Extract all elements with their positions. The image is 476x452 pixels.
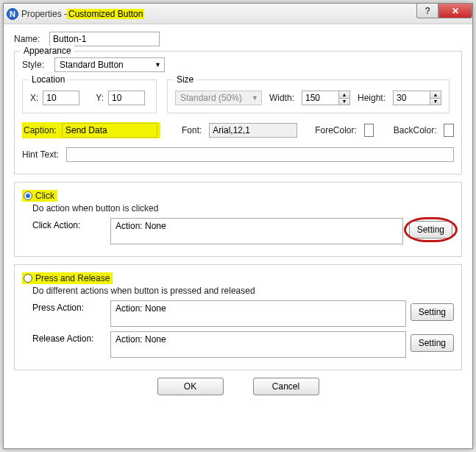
press-radio[interactable] — [24, 274, 32, 283]
x-input[interactable] — [43, 91, 79, 105]
click-group: Click Do action when button is clicked C… — [14, 182, 462, 257]
location-group: Location X: Y: — [22, 80, 157, 113]
click-action-label: Click Action: — [32, 218, 106, 230]
appearance-legend: Appearance — [21, 46, 74, 56]
caption-highlight: Caption: — [22, 122, 160, 138]
size-preset-select[interactable]: Standard (50%) ▼ — [175, 91, 262, 105]
width-input[interactable] — [302, 91, 338, 105]
spin-up-icon[interactable]: ▲ — [339, 91, 349, 99]
title-prefix: Properties - — [21, 9, 67, 19]
size-preset-value: Standard (50%) — [180, 93, 242, 103]
press-group: Press and Release Do different actions w… — [14, 264, 462, 370]
forecolor-label: ForeColor: — [315, 125, 357, 135]
style-label: Style: — [22, 60, 54, 70]
chevron-down-icon: ▼ — [154, 61, 161, 68]
click-radio-label: Click — [35, 191, 54, 201]
dialog-window: N Properties - Customized Button ? ✕ Nam… — [3, 3, 473, 449]
location-legend: Location — [29, 74, 68, 85]
font-label: Font: — [182, 125, 202, 135]
y-input[interactable] — [108, 91, 145, 105]
cancel-button[interactable]: Cancel — [253, 378, 319, 395]
size-group: Size Standard (50%) ▼ Width: ▲▼ Height: — [167, 80, 450, 113]
click-radio[interactable] — [24, 191, 32, 200]
style-select[interactable]: Standard Button ▼ — [54, 57, 165, 72]
name-label: Name: — [14, 34, 49, 44]
press-action-label: Press Action: — [32, 300, 106, 313]
size-legend: Size — [174, 74, 196, 85]
release-action-box: Action: None — [110, 331, 406, 358]
click-setting-button[interactable]: Setting — [409, 221, 452, 239]
help-button[interactable]: ? — [416, 4, 438, 18]
width-label: Width: — [269, 93, 294, 103]
font-input[interactable] — [209, 123, 297, 138]
click-desc: Do action when button is clicked — [32, 203, 454, 213]
width-spinner[interactable]: ▲▼ — [302, 91, 350, 105]
height-input[interactable] — [393, 91, 430, 105]
spin-down-icon[interactable]: ▼ — [430, 99, 441, 105]
release-action-label: Release Action: — [32, 331, 106, 344]
release-setting-button[interactable]: Setting — [411, 334, 454, 352]
app-icon: N — [7, 8, 18, 20]
close-button[interactable]: ✕ — [438, 4, 472, 18]
title-main: Customized Button — [67, 9, 144, 19]
appearance-group: Appearance Style: Standard Button ▼ Loca… — [14, 51, 462, 174]
x-label: X: — [30, 93, 38, 103]
press-desc: Do different actions when button is pres… — [32, 286, 454, 296]
caption-input[interactable] — [62, 123, 157, 138]
name-input[interactable] — [49, 32, 160, 46]
hint-label: Hint Text: — [22, 149, 66, 160]
height-label: Height: — [358, 93, 386, 103]
hint-input[interactable] — [66, 147, 454, 162]
style-value: Standard Button — [60, 60, 124, 70]
press-action-box: Action: None — [110, 300, 406, 327]
press-setting-button[interactable]: Setting — [411, 303, 454, 321]
caption-label: Caption: — [24, 125, 62, 135]
spin-up-icon[interactable]: ▲ — [430, 91, 441, 99]
press-radio-label: Press and Release — [35, 273, 110, 283]
click-action-box: Action: None — [110, 218, 403, 244]
backcolor-swatch[interactable] — [444, 124, 454, 137]
y-label: Y: — [96, 93, 104, 103]
backcolor-label: BackColor: — [394, 125, 437, 135]
ok-button[interactable]: OK — [157, 378, 224, 395]
spin-down-icon[interactable]: ▼ — [339, 99, 349, 105]
titlebar: N Properties - Customized Button ? ✕ — [4, 4, 472, 24]
forecolor-swatch[interactable] — [364, 124, 374, 137]
chevron-down-icon: ▼ — [252, 94, 258, 102]
height-spinner[interactable]: ▲▼ — [393, 91, 441, 105]
